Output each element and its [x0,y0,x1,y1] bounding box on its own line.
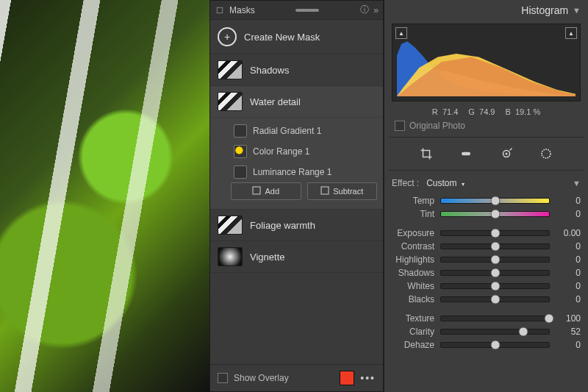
slider-track[interactable] [440,270,550,276]
crop-tool-icon[interactable] [419,146,434,161]
slider-value[interactable]: 0 [556,254,581,265]
slider-whites: Whites0 [392,279,581,293]
tool-strip [384,139,588,168]
slider-label: Dehaze [392,340,434,350]
slider-track[interactable] [440,243,550,249]
slider-value[interactable]: 100 [556,313,581,324]
masks-panel-header[interactable]: Masks ⓘ » [210,1,383,20]
create-new-mask-button[interactable]: + Create New Mask [210,20,383,54]
shadow-clip-toggle[interactable]: ▲ [395,27,407,39]
redeye-tool-icon[interactable] [499,146,514,161]
slider-value[interactable]: 0 [556,340,581,350]
create-new-mask-label: Create New Mask [244,32,320,43]
slider-value[interactable]: 0.00 [556,228,581,238]
divider [389,170,584,171]
slider-knob[interactable] [490,210,500,219]
slider-knob[interactable] [545,314,554,324]
slider-knob[interactable] [518,327,528,337]
masks-panel: Masks ⓘ » + Create New Mask ShadowsWater… [209,0,384,392]
slider-track[interactable] [440,283,550,289]
slider-value[interactable]: 52 [556,327,581,337]
mask-component-item[interactable]: Luminance Range 1 [231,162,377,182]
mask-component-item[interactable]: Radial Gradient 1 [231,121,377,141]
slider-highlights: Highlights0 [392,253,581,266]
more-options-icon[interactable]: ••• [360,372,376,384]
slider-value[interactable]: 0 [556,268,581,278]
slider-track[interactable] [440,198,550,204]
photo-preview[interactable] [0,0,209,392]
slider-value[interactable]: 0 [556,241,581,252]
mask-item[interactable]: Shadows [210,54,383,86]
slider-label: Blacks [392,294,434,304]
mask-item-label: Foliage warmth [250,220,315,231]
slider-knob[interactable] [490,242,500,252]
slider-value[interactable]: 0 [556,209,581,219]
slider-exposure: Exposure0.00 [392,227,581,240]
pin-icon[interactable] [215,5,225,15]
develop-panel: Histogram ▼ ▲ ▲ R 71.4 G 74.9 B 19.1 % O… [384,0,588,392]
mask-item[interactable]: Foliage warmth [210,210,383,241]
slider-value[interactable]: 0 [556,196,581,206]
histogram-header[interactable]: Histogram ▼ [384,0,588,21]
slider-track[interactable] [440,230,550,236]
chevron-down-icon[interactable]: ▼ [573,179,581,188]
masks-panel-title: Masks [229,5,255,15]
show-overlay-checkbox[interactable] [218,373,228,383]
slider-track[interactable] [440,329,550,335]
slider-track[interactable] [440,316,550,321]
mask-component-label: Radial Gradient 1 [253,126,321,136]
chevron-down-icon: ▼ [573,6,581,15]
svg-rect-3 [462,152,470,156]
slider-knob[interactable] [490,341,500,350]
masking-tool-icon[interactable] [539,146,553,161]
mask-item[interactable]: Water detail [210,86,383,118]
slider-track[interactable] [440,257,550,263]
original-photo-checkbox[interactable] [395,121,405,131]
masks-panel-footer: Show Overlay ••• [210,364,383,391]
mask-component-item[interactable]: Color Range 1 [231,141,377,162]
effect-label: Effect : [392,178,419,188]
slider-track[interactable] [440,296,550,302]
mask-component-buttons: AddSubtract [231,182,377,203]
slider-knob[interactable] [490,255,500,265]
slider-contrast: Contrast0 [392,240,581,253]
effect-preset-dropdown[interactable]: Custom ▾ [426,178,465,188]
effect-row: Effect : Custom ▾ ▼ [392,175,581,194]
mask-thumbnail [218,60,243,79]
histogram-chart [397,39,576,96]
svg-rect-2 [321,187,329,194]
slider-track[interactable] [440,211,550,217]
histogram-box[interactable]: ▲ ▲ [392,24,581,101]
mask-thumbnail [218,215,243,235]
subtract-button[interactable]: Subtract [307,182,378,200]
slider-knob[interactable] [490,295,500,304]
svg-point-5 [505,153,507,155]
slider-texture: Texture100 [392,312,581,325]
slider-track[interactable] [440,342,550,348]
rgb-readout: R 71.4 G 74.9 B 19.1 % [384,106,588,121]
slider-shadows: Shadows0 [392,266,581,279]
mask-component-label: Color Range 1 [253,146,309,157]
help-icon[interactable]: ⓘ [360,4,369,16]
slider-value[interactable]: 0 [556,294,581,304]
overlay-color-swatch[interactable] [340,371,354,385]
add-button[interactable]: Add [231,182,301,200]
slider-knob[interactable] [490,268,500,278]
original-photo-toggle[interactable]: Original Photo [384,121,588,135]
highlight-clip-toggle[interactable]: ▲ [565,27,577,39]
svg-rect-1 [253,187,260,194]
subtract-button-label: Subtract [333,187,363,196]
drag-handle-icon[interactable] [255,9,361,12]
slider-knob[interactable] [490,229,500,238]
slider-label: Tint [392,209,434,219]
slider-knob[interactable] [490,282,500,291]
masks-list: ShadowsWater detailRadial Gradient 1Colo… [210,54,383,273]
slider-knob[interactable] [490,196,500,206]
slider-value[interactable]: 0 [556,281,581,291]
add-button-label: Add [265,187,279,196]
collapse-icon[interactable]: » [373,5,379,15]
healing-tool-icon[interactable] [459,146,473,161]
slider-dehaze: Dehaze0 [392,338,581,352]
mask-item[interactable]: Vignette [210,241,383,273]
slider-label: Clarity [392,327,434,337]
